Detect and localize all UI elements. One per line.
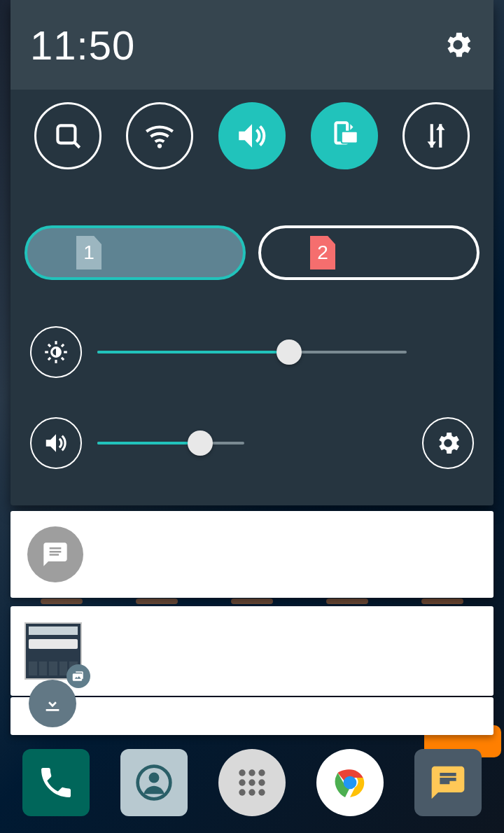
svg-point-4 (258, 769, 265, 776)
svg-line-25 (62, 358, 64, 360)
settings-button[interactable] (442, 29, 474, 61)
qs-tile-data[interactable] (402, 102, 470, 169)
speaker-icon (43, 430, 69, 456)
chrome-icon (330, 763, 370, 802)
volume-icon (234, 118, 270, 153)
sim-selector-row: 1 2 (10, 176, 493, 294)
dock-app-chrome[interactable] (316, 749, 384, 816)
sim-card-icon: 2 (310, 236, 335, 270)
notification-messages[interactable] (10, 511, 493, 598)
volume-slider[interactable] (97, 442, 244, 444)
svg-line-26 (48, 358, 50, 360)
svg-point-2 (239, 769, 245, 776)
svg-point-16 (158, 144, 162, 148)
dock-app-phone[interactable] (22, 749, 90, 816)
svg-rect-18 (341, 132, 357, 144)
svg-line-27 (62, 344, 64, 346)
sound-settings-button[interactable] (422, 417, 474, 469)
brightness-slider[interactable] (97, 351, 407, 354)
chat-icon (41, 540, 69, 568)
phone-icon (36, 763, 76, 802)
screenshot-thumbnail (24, 622, 82, 680)
qs-tiles-row (10, 90, 493, 176)
notification-download[interactable] (10, 697, 493, 735)
wifi-icon (142, 118, 177, 153)
dock-app-drawer[interactable] (218, 749, 286, 816)
download-icon (41, 692, 64, 715)
svg-point-1 (149, 773, 160, 783)
dock-app-contacts[interactable] (120, 749, 188, 816)
dock (0, 748, 504, 818)
sim-card-icon: 1 (76, 236, 102, 270)
app-drawer-icon (232, 763, 272, 802)
quick-settings-panel: 11:50 1 2 (10, 0, 493, 505)
svg-point-3 (248, 769, 255, 776)
sim-slot-2[interactable]: 2 (258, 225, 479, 280)
svg-point-5 (239, 779, 245, 785)
notification-app-icon (29, 680, 76, 727)
gallery-badge-icon (66, 664, 90, 688)
brightness-icon (43, 339, 69, 365)
qs-tile-sound[interactable] (218, 102, 286, 169)
svg-line-24 (48, 344, 50, 346)
svg-point-8 (239, 789, 245, 795)
svg-point-9 (248, 789, 255, 795)
gear-icon (434, 429, 462, 457)
svg-rect-14 (57, 125, 75, 143)
volume-row (10, 398, 493, 489)
notification-screenshot[interactable] (10, 606, 493, 696)
volume-button[interactable] (30, 417, 82, 469)
qs-tile-rotation[interactable] (311, 102, 378, 169)
svg-point-6 (248, 779, 255, 785)
qs-header: 11:50 (10, 0, 493, 90)
sim-slot-1[interactable]: 1 (24, 225, 246, 280)
search-icon (50, 118, 85, 153)
svg-point-10 (258, 789, 265, 795)
svg-line-15 (74, 141, 79, 147)
data-sync-icon (419, 118, 454, 153)
status-clock[interactable]: 11:50 (30, 22, 135, 69)
qs-tile-wifi[interactable] (126, 102, 193, 169)
svg-point-7 (258, 779, 265, 785)
brightness-button[interactable] (30, 326, 82, 378)
gear-icon (442, 29, 474, 61)
message-icon (428, 763, 468, 802)
brightness-row (10, 294, 493, 398)
home-app-row (0, 598, 504, 606)
rotation-icon (327, 118, 362, 153)
notification-app-icon (27, 526, 83, 582)
contact-icon (134, 763, 174, 802)
qs-tile-search[interactable] (34, 102, 102, 169)
dock-app-messages[interactable] (414, 749, 482, 816)
